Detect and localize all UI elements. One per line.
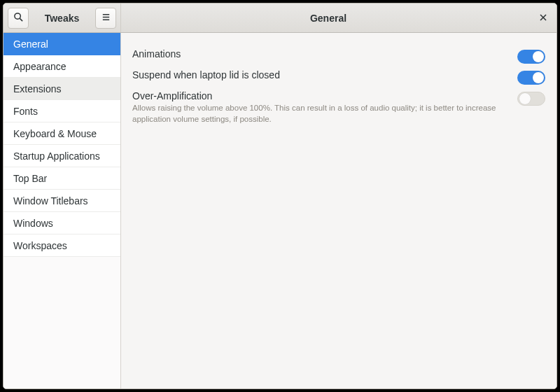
animations-toggle[interactable] <box>517 50 545 64</box>
content-pane: Animations Suspend when laptop lid is cl… <box>121 33 556 388</box>
search-icon <box>13 12 24 24</box>
app-title: Tweaks <box>31 13 92 24</box>
sidebar-item-label: Windows <box>13 218 53 229</box>
sidebar-item-label: Fonts <box>13 106 38 117</box>
setting-row-suspend-lid: Suspend when laptop lid is closed <box>132 66 545 88</box>
headerbar: Tweaks General <box>4 4 556 33</box>
sidebar-item-top-bar[interactable]: Top Bar <box>4 167 120 190</box>
sidebar-item-label: General <box>13 38 48 50</box>
sidebar-item-label: Extensions <box>13 83 61 94</box>
setting-row-over-amplification: Over-Amplification Allows raising the vo… <box>132 88 545 127</box>
sidebar-item-label: Workspaces <box>13 240 67 251</box>
sidebar-item-windows[interactable]: Windows <box>4 212 120 234</box>
body: GeneralAppearanceExtensionsFontsKeyboard… <box>4 33 556 388</box>
suspend-lid-toggle[interactable] <box>517 71 545 85</box>
sidebar-item-window-titlebars[interactable]: Window Titlebars <box>4 190 120 212</box>
close-button[interactable] <box>536 4 556 33</box>
setting-label: Suspend when laptop lid is closed <box>132 69 510 80</box>
toggle-knob <box>533 72 544 83</box>
toggle-knob <box>533 51 544 62</box>
close-icon <box>539 12 547 24</box>
setting-label: Over-Amplification <box>132 90 510 102</box>
sidebar-item-keyboard-mouse[interactable]: Keyboard & Mouse <box>4 122 120 145</box>
setting-description: Allows raising the volume above 100%. Th… <box>132 103 510 125</box>
svg-line-1 <box>20 18 22 21</box>
sidebar-item-extensions[interactable]: Extensions <box>4 78 120 100</box>
setting-label-wrap: Over-Amplification Allows raising the vo… <box>132 90 517 125</box>
setting-label-wrap: Animations <box>132 48 517 59</box>
sidebar-item-label: Top Bar <box>13 173 47 184</box>
headerbar-right: General <box>121 4 556 32</box>
toggle-knob <box>519 93 531 104</box>
sidebar-item-fonts[interactable]: Fonts <box>4 100 120 122</box>
sidebar-item-label: Window Titlebars <box>13 195 88 206</box>
sidebar-item-startup-applications[interactable]: Startup Applications <box>4 145 120 167</box>
svg-point-0 <box>14 13 20 18</box>
setting-label: Animations <box>132 48 510 59</box>
sidebar: GeneralAppearanceExtensionsFontsKeyboard… <box>4 33 121 388</box>
app-window: Tweaks General GeneralAppearanceEx <box>3 3 557 389</box>
sidebar-item-label: Keyboard & Mouse <box>13 128 97 139</box>
sidebar-item-appearance[interactable]: Appearance <box>4 55 120 78</box>
page-title: General <box>121 13 536 24</box>
setting-row-animations: Animations <box>132 46 545 66</box>
sidebar-item-label: Appearance <box>13 61 66 72</box>
setting-label-wrap: Suspend when laptop lid is closed <box>132 69 517 80</box>
over-amplification-toggle[interactable] <box>517 92 545 106</box>
sidebar-item-label: Startup Applications <box>13 150 100 162</box>
headerbar-left: Tweaks <box>4 4 121 32</box>
search-button[interactable] <box>8 8 29 29</box>
sidebar-item-general[interactable]: General <box>4 33 120 55</box>
hamburger-icon <box>101 12 111 24</box>
sidebar-item-workspaces[interactable]: Workspaces <box>4 234 120 257</box>
menu-button[interactable] <box>95 8 116 29</box>
